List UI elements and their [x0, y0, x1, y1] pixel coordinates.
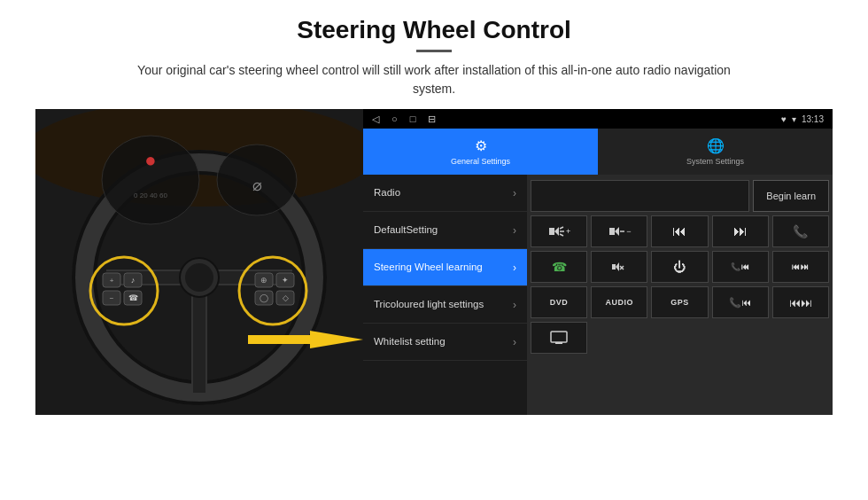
phone-btn[interactable]: 📞: [772, 215, 829, 247]
menu-item-radio[interactable]: Radio ›: [363, 175, 527, 212]
power-btn[interactable]: ⏻: [651, 251, 708, 283]
control-row-2: + − ⏮ ⏭ 📞: [531, 215, 829, 247]
menu-item-radio-label: Radio: [374, 187, 513, 199]
title-section: Steering Wheel Control Your original car…: [35, 16, 833, 98]
signal-icon: ♥: [781, 114, 787, 124]
mode-btn[interactable]: ⏮⏭: [772, 251, 829, 283]
prev-track-btn[interactable]: ⏮: [651, 215, 708, 247]
page-title: Steering Wheel Control: [35, 16, 833, 44]
control-panel: Begin learn + − ⏮ ⏭: [527, 175, 833, 415]
android-ui: ◁ ○ □ ⊟ ♥ ▾ 13:13 ⚙ General Settings: [363, 109, 833, 415]
svg-line-41: [560, 227, 563, 229]
svg-text:⌀: ⌀: [252, 176, 262, 194]
phone-prev-btn[interactable]: 📞⏮: [712, 286, 769, 318]
dvd-btn[interactable]: DVD: [531, 286, 587, 318]
content-row: + − ♪ ☎ ⊕ ◯ ✦ ◇: [35, 109, 833, 415]
chevron-icon-whitelist: ›: [513, 336, 516, 348]
begin-learn-row: Begin learn: [531, 180, 829, 212]
svg-marker-39: [549, 228, 554, 235]
status-right: ♥ ▾ 13:13: [781, 114, 824, 124]
time-display: 13:13: [802, 114, 824, 124]
answer-call-btn[interactable]: ☎: [531, 251, 587, 283]
control-row-5: [531, 322, 829, 354]
svg-marker-48: [616, 262, 619, 271]
control-row-4: DVD AUDIO GPS 📞⏮ ⏮⏭: [531, 286, 829, 318]
svg-point-13: [185, 263, 213, 292]
svg-text:+: +: [110, 277, 114, 285]
svg-marker-47: [612, 264, 616, 270]
steering-wheel-image: + − ♪ ☎ ⊕ ◯ ✦ ◇: [35, 109, 363, 415]
audio-btn[interactable]: AUDIO: [591, 286, 647, 318]
title-divider: [416, 50, 452, 52]
general-settings-label: General Settings: [451, 157, 510, 166]
wifi-icon: ▾: [792, 114, 796, 124]
tab-general-settings[interactable]: ⚙ General Settings: [363, 129, 598, 175]
chevron-icon-tricoloured: ›: [513, 299, 516, 311]
chevron-icon-radio: ›: [513, 187, 516, 199]
gps-btn[interactable]: GPS: [651, 286, 708, 318]
skip-btn[interactable]: ⏮⏭: [772, 286, 829, 318]
menu-item-steering-wheel[interactable]: Steering Wheel learning ›: [363, 249, 527, 286]
page-container: Steering Wheel Control Your original car…: [0, 0, 868, 424]
system-settings-icon: 🌐: [707, 137, 725, 154]
menu-item-tricoloured-label: Tricoloured light settings: [374, 299, 513, 311]
svg-text:0 20 40 60: 0 20 40 60: [134, 191, 167, 199]
svg-text:⊕: ⊕: [260, 276, 267, 285]
vol-down-btn[interactable]: −: [591, 215, 647, 247]
menu-list: Radio › DefaultSetting › Steering Wheel …: [363, 175, 527, 415]
menu-grid: Radio › DefaultSetting › Steering Wheel …: [363, 175, 833, 415]
mute-btn[interactable]: [591, 251, 647, 283]
chevron-icon-steering: ›: [513, 262, 516, 274]
svg-line-43: [560, 234, 563, 236]
screen-btn[interactable]: [531, 322, 587, 354]
home-icon[interactable]: ○: [391, 113, 398, 124]
next-track-btn[interactable]: ⏭: [712, 215, 769, 247]
svg-marker-40: [554, 227, 559, 236]
menu-icon[interactable]: ⊟: [428, 113, 436, 125]
svg-marker-45: [615, 227, 619, 236]
menu-item-default-setting[interactable]: DefaultSetting ›: [363, 212, 527, 249]
svg-text:♪: ♪: [131, 276, 136, 285]
svg-marker-44: [609, 228, 615, 235]
general-settings-icon: ⚙: [475, 137, 487, 154]
back-icon[interactable]: ◁: [372, 113, 379, 125]
empty-input-box: [531, 180, 749, 212]
svg-text:◇: ◇: [283, 293, 289, 302]
svg-rect-33: [248, 335, 312, 344]
svg-text:●: ●: [144, 149, 156, 171]
svg-rect-51: [551, 332, 567, 342]
menu-item-whitelist[interactable]: Whitelist setting ›: [363, 324, 527, 361]
radio-btn[interactable]: 📞⏮: [712, 251, 769, 283]
svg-text:◯: ◯: [260, 293, 268, 303]
svg-text:−: −: [110, 294, 114, 302]
menu-item-default-label: DefaultSetting: [374, 224, 513, 237]
control-row-3: ☎ ⏻ 📞⏮ ⏮⏭: [531, 251, 829, 283]
tab-bar: ⚙ General Settings 🌐 System Settings: [363, 129, 833, 175]
svg-text:✦: ✦: [282, 276, 289, 285]
vol-up-label: +: [566, 227, 570, 236]
vol-down-label: −: [626, 227, 631, 236]
svg-text:☎: ☎: [128, 293, 138, 302]
recents-icon[interactable]: □: [410, 113, 416, 124]
chevron-icon-default: ›: [513, 224, 516, 237]
begin-learn-button[interactable]: Begin learn: [753, 180, 829, 212]
nav-icons: ◁ ○ □ ⊟: [372, 113, 436, 125]
tab-system-settings[interactable]: 🌐 System Settings: [598, 129, 833, 175]
subtitle: Your original car's steering wheel contr…: [124, 61, 744, 98]
system-settings-label: System Settings: [686, 157, 744, 166]
steering-wheel-svg: + − ♪ ☎ ⊕ ◯ ✦ ◇: [35, 109, 363, 415]
menu-item-tricoloured[interactable]: Tricoloured light settings ›: [363, 286, 527, 324]
menu-item-steering-label: Steering Wheel learning: [374, 262, 513, 274]
vol-up-btn[interactable]: +: [531, 215, 587, 247]
menu-item-whitelist-label: Whitelist setting: [374, 336, 513, 348]
status-bar: ◁ ○ □ ⊟ ♥ ▾ 13:13: [363, 109, 833, 129]
